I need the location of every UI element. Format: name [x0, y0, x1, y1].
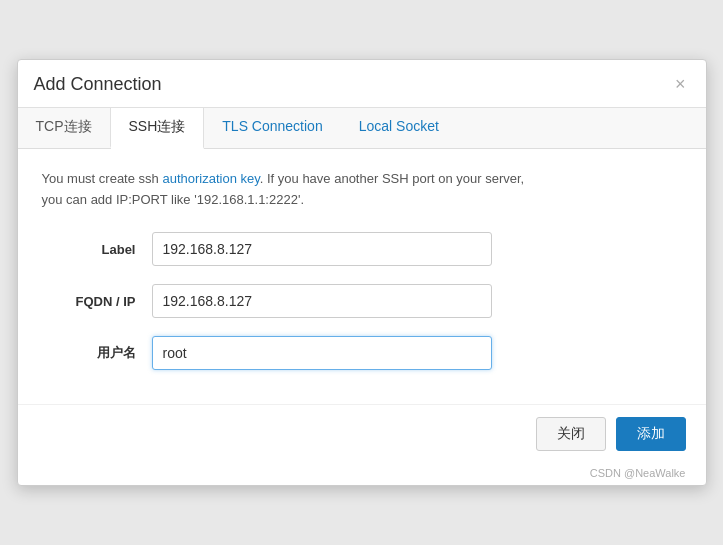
username-input[interactable] — [152, 336, 492, 370]
info-line2: you can add IP:PORT like '192.168.1.1:22… — [42, 192, 305, 207]
add-button[interactable]: 添加 — [616, 417, 686, 451]
info-text: You must create ssh authorization key. I… — [42, 169, 682, 211]
dialog-header: Add Connection × — [18, 60, 706, 108]
add-connection-dialog: Add Connection × TCP连接 SSH连接 TLS Connect… — [17, 59, 707, 487]
watermark: CSDN @NeaWalke — [18, 467, 706, 485]
fqdn-field-label: FQDN / IP — [42, 294, 152, 309]
dialog-body: You must create ssh authorization key. I… — [18, 149, 706, 405]
fqdn-row: FQDN / IP — [42, 284, 682, 318]
close-button[interactable]: 关闭 — [536, 417, 606, 451]
tab-tls[interactable]: TLS Connection — [204, 108, 340, 148]
label-field-label: Label — [42, 242, 152, 257]
info-suffix: . If you have another SSH port on your s… — [260, 171, 524, 186]
dialog-footer: 关闭 添加 — [18, 404, 706, 467]
close-icon[interactable]: × — [671, 75, 690, 93]
tab-local-socket[interactable]: Local Socket — [341, 108, 457, 148]
username-field-label: 用户名 — [42, 344, 152, 362]
username-row: 用户名 — [42, 336, 682, 370]
fqdn-input[interactable] — [152, 284, 492, 318]
authorization-key-link[interactable]: authorization key — [162, 171, 259, 186]
tab-tcp[interactable]: TCP连接 — [18, 108, 111, 148]
label-input[interactable] — [152, 232, 492, 266]
tab-ssh[interactable]: SSH连接 — [111, 108, 205, 149]
info-prefix: You must create ssh — [42, 171, 163, 186]
dialog-title: Add Connection — [34, 74, 162, 95]
label-row: Label — [42, 232, 682, 266]
tab-bar: TCP连接 SSH连接 TLS Connection Local Socket — [18, 108, 706, 149]
